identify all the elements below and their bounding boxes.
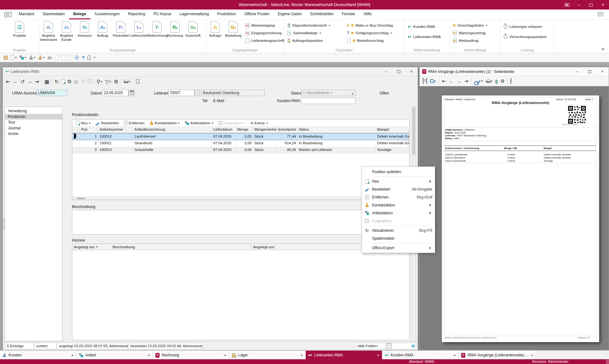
table-row[interactable]: 3 100013 Schutzhülle 07.04.2025 3,00 Stü… (72, 147, 409, 153)
ribbon-item-make-or-buy[interactable]: €Make or Buy Vorschlag (347, 23, 393, 28)
next-record-icon[interactable]: → (27, 79, 32, 84)
copy-record-icon[interactable]: ⧉ (68, 79, 71, 84)
kunden-person-icon[interactable] (29, 55, 36, 60)
close-tab-icon[interactable]: × (71, 353, 74, 358)
splitter-grip[interactable] (3, 219, 5, 230)
ribbon-item-wareneingang[interactable]: WEWareneingang (246, 23, 284, 28)
ribbon-button-gutschrift[interactable]: Gu Gutschrift (184, 21, 202, 42)
entfernen-button[interactable]: ×Entfernen (121, 120, 147, 127)
kontaktaktion-button[interactable]: Kontaktaktion (147, 120, 183, 127)
ribbon-button-teilrechnung[interactable]: Tr Teilrechnung (148, 21, 166, 42)
menu-belege[interactable]: Belege (69, 10, 90, 19)
ribbon-item-eingangsrechnung[interactable]: EREingangsrechnung (246, 30, 284, 36)
app-menu-icon[interactable] (4, 12, 11, 17)
field-filter-combo[interactable]: <Alle Felder> (354, 343, 386, 349)
ribbon-item-kunden-rma[interactable]: ↩Kunden-RMA (408, 24, 448, 29)
last-record-icon[interactable]: ⇥ (35, 79, 39, 85)
sidebar-item-archiv[interactable]: Archiv (5, 131, 62, 137)
lieferanten-person-icon[interactable] (38, 55, 45, 60)
close-preview-door-icon[interactable] (511, 78, 511, 84)
ribbon-item-sammelbelege[interactable]: SSammelbelege (287, 30, 342, 36)
preview-minimize-button[interactable]: – (571, 67, 583, 76)
ribbon-button-packzettel[interactable]: Pz Packzettel (112, 21, 130, 42)
next-page-icon[interactable]: → (457, 78, 462, 84)
menu-eigene-daten[interactable]: Eigene Daten (274, 10, 306, 19)
lieferant-nr-field[interactable]: 70007 (168, 90, 194, 96)
ribbon-button-projekte[interactable]: Projekte (10, 21, 29, 38)
menu-auswertungen[interactable]: Auswertungen (90, 10, 124, 19)
close-tab-icon[interactable]: × (300, 353, 303, 358)
prev-record-icon[interactable]: ← (13, 79, 18, 84)
lieferanten-rma-window-titlebar[interactable]: ↩ Lieferanten-RMA – × (3, 67, 418, 76)
taskbar-tab-artikel[interactable]: Artikel× (76, 351, 153, 360)
page-width-icon[interactable] (426, 78, 427, 84)
help-icon[interactable]: ? (82, 55, 85, 60)
print-icon[interactable] (124, 79, 131, 84)
ribbon-item-fertigungsvorschlag[interactable]: TFertigungsvorschlag (347, 30, 393, 36)
ribbon-button-angebot-kunde[interactable]: Ak AngebotKunde (57, 21, 75, 42)
taskbar-tab-kunden-rma[interactable]: ↩Kunden-RMA× (382, 351, 459, 360)
artikelaktion-button[interactable]: Artikelaktion (182, 120, 216, 127)
single-page-icon[interactable] (423, 78, 423, 84)
ribbon-item-vorschlagslisten[interactable]: Vorschlagslisten (453, 23, 498, 28)
ribbon-item-bestellvorschlag[interactable]: Bestellvorschlag (347, 38, 393, 43)
menu-item-spalteneditor[interactable]: Spalteneditor (362, 234, 435, 242)
extras-button[interactable]: ≡Extras (248, 120, 270, 127)
ribbon-button-lieferschein[interactable]: Ls Lieferschein (130, 21, 148, 42)
sidebar-item-text[interactable]: Text (5, 120, 62, 125)
sidebar-item-positionen[interactable]: Positionen (5, 114, 62, 120)
menu-item-neu[interactable]: Neu (362, 177, 435, 185)
preview-area[interactable]: Mandant: WAWI / SelectLine Datum: 23.09.… (420, 86, 609, 350)
window-maximize-button[interactable] (392, 67, 405, 76)
sidebar-item-verwaltung[interactable]: Verwaltung (5, 108, 62, 114)
table-view-icon[interactable]: ▦ (44, 79, 49, 85)
lrma-nummer-field[interactable]: LRMA004 (36, 90, 67, 96)
toolbar-overflow-icon[interactable] (94, 56, 95, 59)
ribbon-button-rechnung[interactable]: Re Rechnung (166, 21, 184, 42)
menu-reporting[interactable]: Reporting (124, 10, 149, 19)
ribbon-item-leistungen-erfassen[interactable]: Leistungen erfassen (504, 24, 552, 29)
ribbon-item-lieferantengutschrift[interactable]: Lieferantengutschrift (246, 38, 284, 43)
status-combo[interactable]: < Verschiedene > (301, 90, 356, 96)
first-record-icon[interactable]: ⇤ (6, 79, 10, 85)
menu-item-artikelaktion[interactable]: Artikelaktion (362, 209, 435, 217)
taskbar-tab-rechnung[interactable]: Rechnung× (153, 351, 229, 360)
edit-report-icon[interactable] (477, 79, 483, 83)
menu-item-kontaktaktion[interactable]: Kontaktaktion (362, 201, 435, 209)
menu-stammdaten[interactable]: Stammdaten (38, 10, 69, 19)
pin-icon[interactable]: ⚲ (97, 79, 103, 85)
menu-item-aktualisieren[interactable]: ↻AktualisierenStrg+F5 (362, 226, 435, 234)
first-page-icon[interactable]: ⇤ (442, 78, 446, 84)
delete-record-icon[interactable]: × (88, 79, 91, 84)
close-tab-icon[interactable]: × (453, 353, 456, 358)
ribbon-button-auftrag[interactable]: Au Auftrag (94, 21, 112, 42)
quick-search-input[interactable] (392, 343, 416, 349)
window-minimize-button[interactable]: – (380, 67, 392, 76)
last-page-icon[interactable]: ⇥ (464, 78, 468, 84)
taskbar-tab-rma-vorgaenge[interactable]: RMA-Vorgänge (Lieferantenseite) ...× (459, 351, 536, 360)
taskbar-tab-laeger[interactable]: Läger× (229, 351, 306, 360)
taskbar-tab-lieferanten-rma[interactable]: ↩Lieferanten-RMA× (306, 351, 382, 360)
menu-item-office-export[interactable]: Office-Export (362, 244, 435, 252)
ribbon-item-werkauftrag[interactable]: WAWerkauftrag (453, 38, 498, 43)
prev-page-icon[interactable]: ← (449, 78, 454, 84)
preview-maximize-button[interactable] (583, 67, 596, 76)
bearbeiten-button[interactable]: Bearbeiten (93, 120, 121, 127)
datum-field[interactable]: 23.09.2025 (102, 90, 128, 96)
maximize-button[interactable] (585, 0, 597, 10)
close-tab-icon[interactable]: × (531, 353, 533, 358)
preview-window-titlebar[interactable]: RMA-Vorgänge (Lieferantenseite) (1) - Se… (420, 67, 609, 76)
filter-icon[interactable]: ▽ (105, 79, 111, 85)
ribbon-item-verrechnungsassistent[interactable]: Verrechnungsassistent (504, 34, 552, 39)
positions-header-row[interactable]: Pos Artikelnummer Artikelbezeichnung Lie… (72, 127, 409, 133)
field-filter-dropdown-button[interactable] (386, 343, 392, 349)
menu-offene-posten[interactable]: Offene Posten (240, 10, 274, 19)
ribbon-item-lieferanten-rma[interactable]: ↩Lieferanten-RMA (408, 34, 448, 39)
table-row[interactable]: 1 100012 Laufrollenset 07.04.2025 3,00 S… (72, 133, 409, 140)
kunden-rma-field[interactable] (301, 98, 356, 104)
menu-item-position-aufteilen[interactable]: Position aufteilen (362, 168, 435, 176)
history-icon[interactable]: ↺ (20, 79, 24, 85)
excel-export-icon[interactable]: X (495, 78, 498, 84)
menu-item-bearbeiten[interactable]: BearbeitenAlt+Eingabe (362, 185, 435, 193)
sidebar-item-journal[interactable]: Journal (5, 125, 62, 131)
